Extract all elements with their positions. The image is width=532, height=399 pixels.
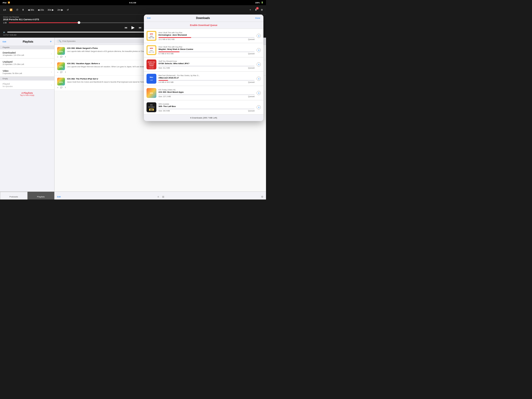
dl-artwork-2: STUFF YOU SHOULD KNOW PODCAST [147, 59, 156, 69]
settings-button[interactable]: ⚙ [260, 8, 264, 12]
download-item-0[interactable]: NPR HOW I BUILT THIS How I Built This wi… [144, 29, 263, 43]
dl-3-info-button[interactable]: ℹ [257, 77, 261, 81]
playlist-item-video[interactable]: Video 5 episodes: 5h 50m Left › [0, 68, 54, 77]
ep-391-download-icon: ⬇ [65, 71, 66, 73]
playable-section-header: Playable [0, 45, 54, 49]
battery-icon: 🔋 [261, 2, 263, 4]
dl-1-progress-fill [158, 51, 179, 52]
dl-2-episode: SYSK Selects: Who killed JFK? [158, 62, 255, 65]
downloads-count: 6 Downloads (399.7 MB Left) [190, 117, 217, 119]
dl-4-show: iOS Today (Video HI) [158, 89, 255, 91]
dl-4-progress [158, 94, 255, 95]
download-item-4[interactable]: iOS iOS Today (Video HI) iOS 393: Best M… [144, 86, 263, 100]
playlist-item-downloaded[interactable]: Downloaded 16 episodes: 11h 37m Left › [0, 49, 54, 58]
rewind30-button[interactable]: ◀ 30s [27, 8, 35, 12]
dl-4-info-button[interactable]: ℹ [257, 91, 261, 95]
svg-text:BUILT THIS: BUILT THIS [149, 37, 154, 38]
status-bar: iPad 📶 9:41 AM 100% 🔋 [0, 0, 266, 5]
dl-2-info-button[interactable]: ℹ [257, 62, 261, 66]
svg-text:iOS: iOS [59, 66, 63, 68]
wifi-icon: 📶 [8, 2, 10, 4]
share-button[interactable]: ⬆ [21, 8, 25, 12]
device-label: iPad [3, 2, 6, 4]
sleep-timer-button[interactable]: ⏱ [15, 8, 19, 12]
list-view-button[interactable]: ≡ [157, 195, 159, 198]
playlists-edit-button[interactable]: Edit [3, 41, 6, 43]
svg-text:99%: 99% [150, 104, 153, 106]
loop-button[interactable]: 🔁 [9, 8, 14, 12]
playlist-item-played[interactable]: Played No episodes › [0, 81, 54, 90]
volume-fill [7, 32, 158, 32]
playlist-unplayed-name: Unplayed [3, 61, 24, 63]
search-icon: 🔍 [59, 40, 61, 42]
forward2m-button[interactable]: 2m ▶ [56, 8, 64, 12]
playlist-downloaded-name: Downloaded [3, 51, 24, 54]
middle-gear-button[interactable]: ⚙ [261, 195, 263, 198]
np-episode: 2018 Porsche 911 Carrera 4 GTS [3, 18, 39, 21]
playlists-tap: Tap to hide empty [2, 94, 52, 96]
dl-artwork-4: iOS [147, 88, 156, 98]
playlist-item-unplayed[interactable]: Unplayed 22 episodes: 17h 26m Left › [0, 58, 54, 68]
middle-tabs: Edit ≡ ⊞ ⚙ [55, 192, 266, 200]
grid-view-button[interactable]: ⊞ [162, 195, 164, 198]
left-tabs: Podcasts Playlists [0, 192, 55, 200]
speed-button[interactable]: 1X [2, 8, 7, 12]
dl-1-info-button[interactable]: ℹ [257, 48, 261, 52]
np-play-button[interactable]: ▶ [131, 25, 135, 30]
dl-2-show: Stuff You Should Know [158, 60, 255, 62]
svg-text:NPR: NPR [150, 48, 153, 49]
playlists-title: Playlists [23, 40, 34, 43]
dl-0-show: How I Built This with Guy Raz [158, 32, 255, 34]
rewind15-button[interactable]: ◀ 15s [37, 8, 45, 12]
ep-392-comment-icon: 💬 [60, 87, 63, 89]
dl-0-info-button[interactable]: ℹ [257, 34, 261, 38]
downloads-badge-button[interactable]: ⬇ 6 [254, 8, 258, 12]
ep-392-play-icon: ● [57, 87, 58, 89]
forward30-button[interactable]: 30s ▶ [46, 8, 55, 12]
playlists-add-button[interactable]: + [50, 40, 52, 43]
ep-390-download-icon: ⬇ [65, 56, 66, 58]
chevron-right-icon: › [51, 53, 52, 55]
downloads-header: Edit Downloads Done [144, 15, 263, 22]
downloads-footer: 6 Downloads (399.7 MB Left) [144, 115, 263, 121]
svg-rect-21 [147, 74, 156, 84]
svg-text:PODCAST: PODCAST [149, 67, 154, 69]
dl-5-info-button[interactable]: ℹ [257, 105, 261, 109]
episodes-edit-button[interactable]: Edit [57, 196, 61, 198]
playlist-unplayed-sub: 22 episodes: 17h 26m Left [3, 63, 24, 65]
svg-text:cast: cast [150, 79, 153, 81]
downloads-edit-button[interactable]: Edit [147, 17, 151, 19]
middle-tab-icons: ≡ ⊞ [157, 195, 164, 198]
episode-391-icon: iOS [57, 62, 65, 70]
download-item-2[interactable]: STUFF YOU SHOULD KNOW PODCAST Stuff You … [144, 57, 263, 72]
download-item-5[interactable]: 99% INVISIBLE ⬛⬛ 99% Invisible 305- The … [144, 100, 263, 115]
podcasts-tab[interactable]: Podcasts [0, 192, 28, 200]
dl-4-size: Size: 227.3 MB [158, 96, 171, 97]
playlist-played-name: Played [3, 83, 13, 85]
refresh-button[interactable]: ↺ [66, 8, 70, 12]
svg-text:⬛⬛: ⬛⬛ [150, 109, 153, 110]
playlists-tab[interactable]: Playlists [28, 192, 55, 200]
download-item-3[interactable]: Mac cast MacCast (Enhanced) - For Mac Ge… [144, 72, 263, 86]
volume-low-icon: 🔈 [3, 31, 6, 33]
downloads-title: Downloads [196, 17, 210, 19]
status-right: 100% 🔋 [255, 2, 263, 4]
ep-390-play-icon: ● [57, 56, 58, 58]
playlists-header: Edit Playlists + [0, 38, 54, 45]
dl-2-progress [158, 66, 255, 66]
enable-queue-button[interactable]: Enable Download Queue [190, 24, 217, 26]
add-button[interactable]: + [249, 8, 252, 12]
download-item-1[interactable]: NPR HOW I BUILT THIS How I Built This wi… [144, 43, 263, 57]
np-prev-button[interactable]: ⏮ [124, 26, 127, 29]
playlists-footer[interactable]: 4 Playlists Tap to hide empty [0, 90, 54, 98]
downloads-done-button[interactable]: Done [255, 17, 260, 19]
dl-3-size: 4.8 MB of 49.0 MB [158, 81, 174, 83]
episode-392-icon: iOS [57, 78, 65, 85]
dl-3-show: MacCast (Enhanced) - For Mac Geeks, by M… [158, 75, 255, 76]
svg-text:INVISIBLE: INVISIBLE [148, 106, 155, 108]
dl-1-episode: Wayfair: Niraj Shah & Steve Conine [158, 48, 255, 50]
dl-0-progress-fill [158, 37, 191, 38]
playlist-downloaded-sub: 16 episodes: 11h 37m Left [3, 54, 24, 56]
status-left: iPad 📶 [3, 2, 10, 4]
np-next-button[interactable]: ⏭ [139, 26, 142, 29]
